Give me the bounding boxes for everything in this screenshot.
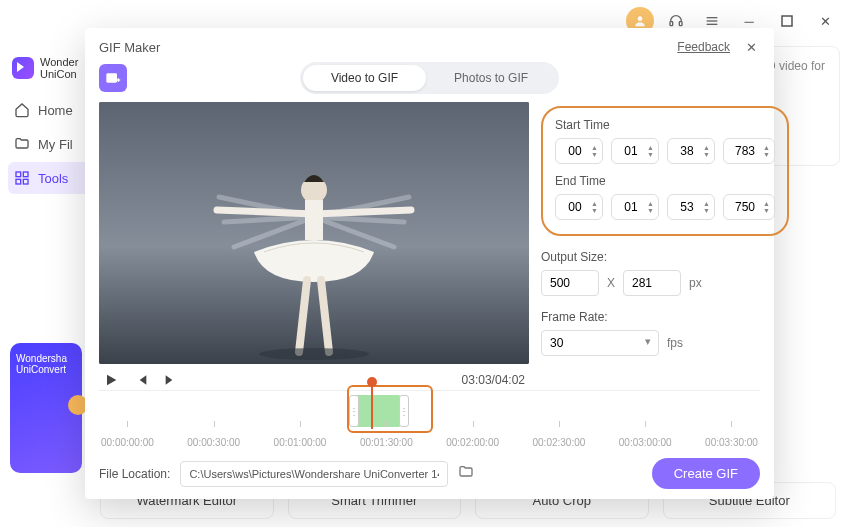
spinner-arrows-icon[interactable]: ▲▼ [647,200,654,214]
spinner-arrows-icon[interactable]: ▲▼ [703,144,710,158]
sidebar-item-label: Home [38,103,73,118]
create-gif-button[interactable]: Create GIF [652,458,760,489]
spinner-arrows-icon[interactable]: ▲▼ [763,144,770,158]
playback-controls: 03:03/04:02 [99,364,529,388]
sidebar-item-label: My Fil [38,137,73,152]
svg-rect-7 [16,172,21,177]
end-m-input[interactable] [620,200,642,214]
timeline[interactable]: ⋮ ⋮ 00:00:00:00 00:00:30:00 00:01:00:00 … [99,390,760,448]
tab-video-to-gif[interactable]: Video to GIF [303,65,426,91]
spinner-arrows-icon[interactable]: ▲▼ [647,144,654,158]
svg-rect-10 [23,179,28,184]
file-location-input[interactable] [180,461,448,487]
px-unit: px [689,276,702,290]
time-display: 03:03/04:02 [462,373,525,387]
play-icon[interactable] [103,372,119,388]
start-ms-spinner[interactable]: ▲▼ [723,138,775,164]
svg-line-13 [314,210,411,214]
timeline-ticks: 00:00:00:00 00:00:30:00 00:01:00:00 00:0… [99,437,760,448]
promo-card[interactable]: Wondersha UniConvert [10,343,82,473]
playhead[interactable] [371,383,373,429]
brand: Wonder UniCon [8,50,90,94]
close-window-button[interactable]: ✕ [810,6,840,36]
spinner-arrows-icon[interactable]: ▲▼ [591,200,598,214]
svg-point-0 [638,16,643,21]
gif-maker-modal: GIF Maker Feedback ✕ Video to GIF Photos… [85,28,774,499]
end-time-label: End Time [555,174,775,188]
sidebar-item-home[interactable]: Home [8,94,90,126]
start-h-spinner[interactable]: ▲▼ [555,138,603,164]
tick-label: 00:00:00:00 [101,437,154,448]
svg-rect-2 [679,22,682,26]
folder-icon [14,136,30,152]
sidebar-item-tools[interactable]: Tools [8,162,90,194]
output-height-input[interactable] [623,270,681,296]
tick-label: 00:03:00:00 [619,437,672,448]
output-size-label: Output Size: [541,250,789,264]
tab-photos-to-gif[interactable]: Photos to GIF [426,65,556,91]
end-s-input[interactable] [676,200,698,214]
spinner-arrows-icon[interactable]: ▲▼ [763,200,770,214]
tick-label: 00:02:30:00 [532,437,585,448]
svg-line-12 [217,210,314,214]
brand-text: Wonder UniCon [40,56,78,80]
prev-frame-icon[interactable] [133,372,149,388]
fps-unit: fps [667,336,683,350]
time-range-block: Start Time ▲▼ ▲▼ ▲▼ ▲▼ End Time ▲▼ ▲▼ ▲▼… [541,106,789,236]
framerate-label: Frame Rate: [541,310,789,324]
tick-label: 00:02:00:00 [446,437,499,448]
framerate-select[interactable] [541,330,659,356]
end-h-spinner[interactable]: ▲▼ [555,194,603,220]
sidebar-item-label: Tools [38,171,68,186]
tick-label: 00:01:00:00 [274,437,327,448]
trim-range[interactable] [355,395,401,427]
end-m-spinner[interactable]: ▲▼ [611,194,659,220]
add-media-button[interactable] [99,64,127,92]
start-h-input[interactable] [564,144,586,158]
home-icon [14,102,30,118]
browse-folder-icon[interactable] [458,464,474,483]
trim-handle-left[interactable]: ⋮ [349,395,359,427]
x-separator: X [607,276,615,290]
start-m-input[interactable] [620,144,642,158]
end-ms-input[interactable] [732,200,758,214]
tick-label: 00:00:30:00 [187,437,240,448]
start-s-spinner[interactable]: ▲▼ [667,138,715,164]
video-preview [99,102,529,364]
modal-close-icon[interactable]: ✕ [742,38,760,56]
svg-rect-6 [782,16,792,26]
output-width-input[interactable] [541,270,599,296]
end-h-input[interactable] [564,200,586,214]
ballerina-illustration [99,102,529,364]
sidebar-item-myfiles[interactable]: My Fil [8,128,90,160]
mode-segment: Video to GIF Photos to GIF [300,62,559,94]
trim-handle-right[interactable]: ⋮ [399,395,409,427]
svg-rect-8 [23,172,28,177]
tools-icon [14,170,30,186]
svg-point-17 [259,348,369,360]
svg-rect-9 [16,179,21,184]
start-m-spinner[interactable]: ▲▼ [611,138,659,164]
end-s-spinner[interactable]: ▲▼ [667,194,715,220]
start-s-input[interactable] [676,144,698,158]
file-location-label: File Location: [99,467,170,481]
tick-label: 00:03:30:00 [705,437,758,448]
maximize-button[interactable] [772,6,802,36]
feedback-link[interactable]: Feedback [677,40,730,54]
brand-icon [12,57,34,79]
svg-rect-1 [670,22,673,26]
spinner-arrows-icon[interactable]: ▲▼ [703,200,710,214]
modal-title: GIF Maker [99,40,160,55]
tick-label: 00:01:30:00 [360,437,413,448]
start-ms-input[interactable] [732,144,758,158]
start-time-label: Start Time [555,118,775,132]
spinner-arrows-icon[interactable]: ▲▼ [591,144,598,158]
end-ms-spinner[interactable]: ▲▼ [723,194,775,220]
next-frame-icon[interactable] [163,372,179,388]
